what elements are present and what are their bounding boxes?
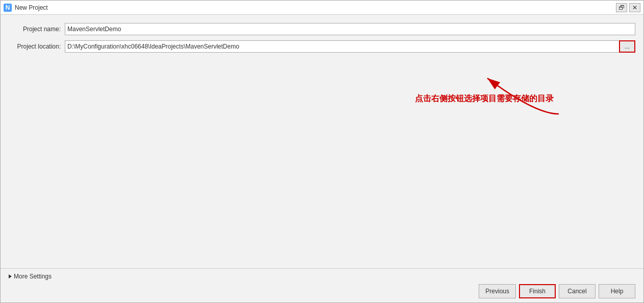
footer-buttons: Previous Finish Cancel Help xyxy=(9,284,635,298)
dialog-window: N New Project 🗗 ✕ Project name: Project … xyxy=(0,0,644,303)
finish-button[interactable]: Finish xyxy=(519,284,556,298)
annotation-area: 点击右侧按钮选择项目需要存储的目录 xyxy=(9,63,635,260)
location-input-wrapper: ... xyxy=(65,40,635,53)
project-name-row: Project name: xyxy=(9,23,635,35)
cancel-button[interactable]: Cancel xyxy=(559,284,596,298)
help-button[interactable]: Help xyxy=(599,284,635,298)
close-button[interactable]: ✕ xyxy=(629,3,640,12)
project-name-label: Project name: xyxy=(9,26,65,33)
project-location-input[interactable] xyxy=(65,40,619,53)
title-bar-left: N New Project xyxy=(4,4,48,12)
project-location-label: Project location: xyxy=(9,43,65,50)
window-icon: N xyxy=(4,4,12,12)
restore-button[interactable]: 🗗 xyxy=(616,3,627,12)
title-bar-controls: 🗗 ✕ xyxy=(616,3,640,12)
bottom-section: More Settings Previous Finish Cancel Hel… xyxy=(1,268,643,302)
project-location-row: Project location: ... xyxy=(9,40,635,53)
more-settings-toggle[interactable]: More Settings xyxy=(9,273,635,280)
content-area: Project name: Project location: ... xyxy=(1,15,643,268)
annotation-text: 点击右侧按钮选择项目需要存储的目录 xyxy=(415,94,554,104)
title-bar: N New Project 🗗 ✕ xyxy=(1,1,643,15)
browse-button[interactable]: ... xyxy=(619,40,635,53)
window-title: New Project xyxy=(15,4,48,11)
more-settings-label: More Settings xyxy=(14,273,52,280)
triangle-icon xyxy=(9,274,12,278)
project-name-input[interactable] xyxy=(65,23,635,35)
previous-button[interactable]: Previous xyxy=(479,284,516,298)
